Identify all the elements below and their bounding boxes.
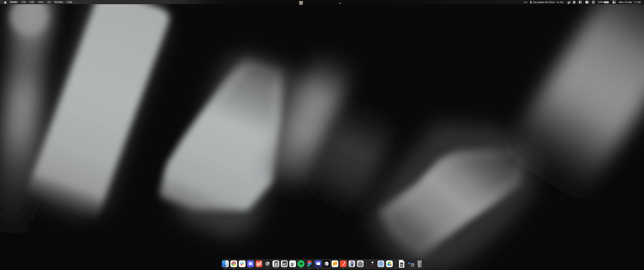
svg-text:11: 11 xyxy=(412,264,413,266)
svg-text:raycast: raycast xyxy=(371,264,374,265)
svg-text:N: N xyxy=(275,262,278,266)
svg-text:10: 10 xyxy=(283,263,286,266)
svg-text:g: g xyxy=(291,261,294,266)
